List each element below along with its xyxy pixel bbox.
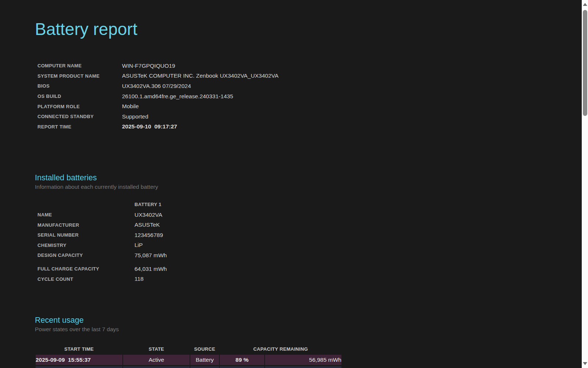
usage-header-row: START TIME STATE SOURCE CAPACITY REMAINI…	[36, 342, 341, 354]
usage-cell-source: Battery	[190, 355, 219, 365]
battery-value: 75,087 mWh	[135, 252, 167, 259]
battery-value: ASUSTeK	[135, 222, 160, 228]
usage-partial-cell	[190, 366, 219, 368]
battery-value: 118	[135, 276, 144, 282]
usage-partial-cell	[265, 366, 341, 368]
battery-value: 123456789	[135, 232, 163, 238]
battery-report-page: Battery report COMPUTER NAME WIN-F7GPQIQ…	[0, 0, 547, 368]
system-info-table: COMPUTER NAME WIN-F7GPQIQUO19 SYSTEM PRO…	[37, 61, 547, 132]
recent-usage-subtitle: Power states over the last 7 days	[35, 326, 547, 333]
usage-cell-state: Active	[123, 355, 190, 365]
info-value: UX3402VA.306 07/29/2024	[122, 83, 191, 89]
battery-row-design-capacity: DESIGN CAPACITY 75,087 mWh	[37, 250, 547, 261]
usage-header-capacity-remaining: CAPACITY REMAINING	[220, 342, 341, 354]
battery-row-name: NAME UX3402VA	[37, 210, 547, 220]
info-value: Supported	[122, 113, 148, 120]
scrollbar-thumb[interactable]	[583, 10, 587, 116]
battery-row-full-charge-capacity: FULL CHARGE CAPACITY 64,031 mWh	[37, 264, 547, 274]
info-label: BIOS	[37, 83, 122, 89]
info-value: 26100.1.amd64fre.ge_release.240331-1435	[122, 93, 233, 100]
info-value: Mobile	[122, 103, 139, 110]
recent-usage-table: START TIME STATE SOURCE CAPACITY REMAINI…	[35, 341, 342, 368]
battery-details-table: BATTERY 1 NAME UX3402VA MANUFACTURER ASU…	[37, 199, 547, 284]
info-label: OS BUILD	[37, 93, 122, 99]
info-label: REPORT TIME	[37, 124, 122, 130]
section-installed-batteries: Installed batteries Information about ea…	[35, 173, 547, 284]
page-title: Battery report	[35, 18, 547, 40]
battery-row-serial-number: SERIAL NUMBER 123456789	[37, 230, 547, 240]
info-row-connected-standby: CONNECTED STANDBY Supported	[37, 112, 547, 122]
info-label: PLATFORM ROLE	[37, 104, 122, 109]
battery-row-manufacturer: MANUFACTURER ASUSTeK	[37, 220, 547, 230]
usage-partial-cell	[36, 366, 122, 368]
usage-header-start-time: START TIME	[36, 342, 122, 354]
info-row-os-build: OS BUILD 26100.1.amd64fre.ge_release.240…	[37, 91, 547, 102]
installed-batteries-subtitle: Information about each currently install…	[35, 183, 547, 191]
installed-batteries-heading: Installed batteries	[35, 173, 547, 183]
battery-value: UX3402VA	[135, 212, 162, 218]
usage-row: 2025-09-09 15:55:37 Active Battery 89 % …	[36, 355, 341, 365]
recent-usage-heading: Recent usage	[35, 315, 547, 325]
battery-label: MANUFACTURER	[37, 222, 135, 228]
battery-label: CHEMISTRY	[37, 243, 135, 248]
info-value: WIN-F7GPQIQUO19	[122, 63, 175, 69]
vertical-scrollbar[interactable]	[582, 0, 588, 368]
battery-label: SERIAL NUMBER	[37, 232, 135, 238]
usage-cell-capacity-percent: 89 %	[220, 355, 264, 365]
info-row-report-time: REPORT TIME 2025-09-10 09:17:27	[37, 122, 547, 132]
info-row-system-product-name: SYSTEM PRODUCT NAME ASUSTeK COMPUTER INC…	[37, 71, 547, 81]
report-time-value: 2025-09-10 09:17:27	[122, 123, 177, 130]
usage-header-state: STATE	[123, 342, 190, 354]
battery-label: NAME	[37, 212, 135, 217]
usage-cell-start-time: 2025-09-09 15:55:37	[36, 355, 122, 365]
battery-label: DESIGN CAPACITY	[37, 252, 135, 258]
scroll-up-arrow-icon[interactable]	[583, 3, 587, 6]
battery-row-chemistry: CHEMISTRY LiP	[37, 240, 547, 251]
usage-partial-cell	[123, 366, 190, 368]
info-value: ASUSTeK COMPUTER INC. Zenbook UX3402VA_U…	[122, 72, 279, 79]
battery-label: CYCLE COUNT	[37, 276, 135, 282]
section-recent-usage: Recent usage Power states over the last …	[35, 315, 547, 368]
battery-column-header-row: BATTERY 1	[37, 199, 547, 210]
info-row-bios: BIOS UX3402VA.306 07/29/2024	[37, 81, 547, 91]
info-row-computer-name: COMPUTER NAME WIN-F7GPQIQUO19	[37, 61, 547, 71]
usage-partial-row	[36, 366, 341, 368]
scroll-down-arrow-icon[interactable]	[583, 362, 587, 365]
info-label: CONNECTED STANDBY	[37, 114, 122, 119]
usage-cell-capacity-mwh: 56,985 mWh	[265, 355, 341, 365]
battery-value: LiP	[135, 242, 143, 248]
battery-value: 64,031 mWh	[135, 266, 167, 272]
info-label: COMPUTER NAME	[37, 63, 122, 68]
usage-partial-cell	[220, 366, 264, 368]
info-row-platform-role: PLATFORM ROLE Mobile	[37, 101, 547, 112]
usage-header-source: SOURCE	[190, 342, 219, 354]
battery-row-cycle-count: CYCLE COUNT 118	[37, 274, 547, 284]
battery-column-header: BATTERY 1	[135, 202, 161, 207]
info-label: SYSTEM PRODUCT NAME	[37, 73, 122, 79]
battery-label: FULL CHARGE CAPACITY	[37, 266, 135, 272]
